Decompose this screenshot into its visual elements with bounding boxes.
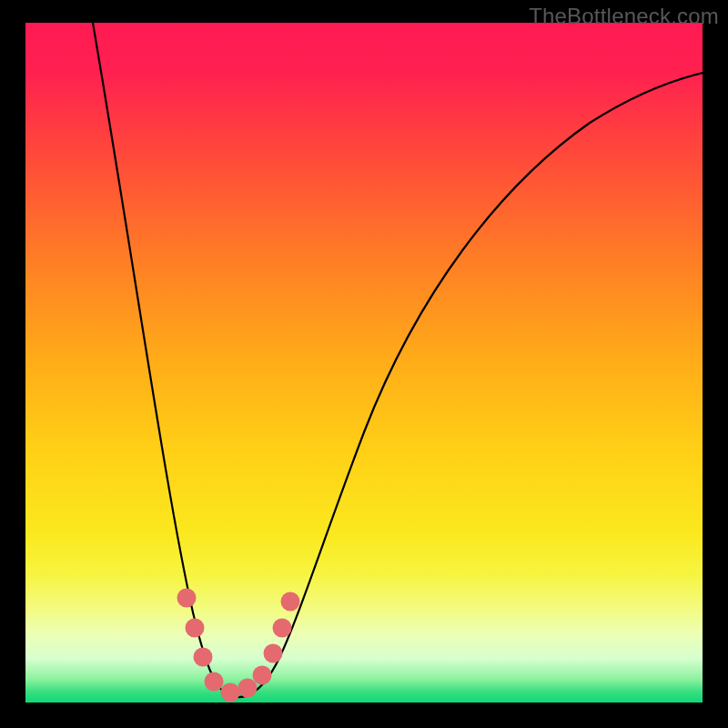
marker-dot xyxy=(281,592,300,612)
watermark-text: TheBottleneck.com xyxy=(529,4,719,29)
marker-dot xyxy=(264,644,283,663)
marker-dot xyxy=(221,683,240,703)
chart-frame xyxy=(25,23,703,703)
chart-background xyxy=(25,23,703,703)
marker-dot xyxy=(186,619,205,638)
marker-dot xyxy=(238,679,258,698)
marker-dot xyxy=(273,619,292,638)
chart-svg xyxy=(25,23,703,703)
marker-dot xyxy=(177,589,197,608)
marker-dot xyxy=(205,672,224,692)
marker-dot xyxy=(194,648,213,667)
marker-dot xyxy=(253,666,272,685)
